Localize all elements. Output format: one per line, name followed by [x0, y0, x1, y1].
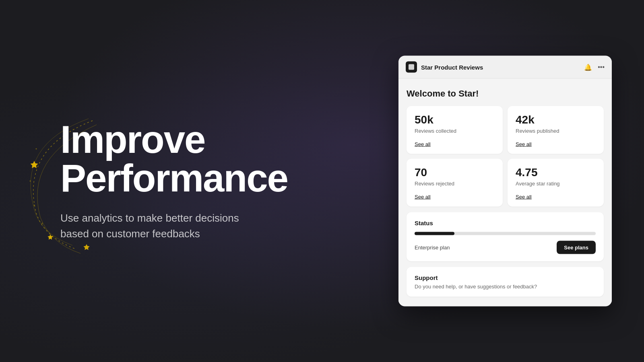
app-icon-inner: [409, 64, 414, 70]
stat-label-3: Average star rating: [516, 181, 596, 187]
panel-header: Star Product Reviews 🔔 •••: [398, 56, 612, 79]
headline: Improve Performance: [60, 120, 346, 197]
headline-line2: Performance: [60, 156, 288, 200]
stat-number-2: 70: [415, 166, 495, 179]
stat-link-3[interactable]: See all: [516, 194, 532, 200]
progress-bar-fill: [415, 232, 454, 235]
stat-number-1: 42k: [516, 113, 596, 126]
plan-label: Enterprise plan: [415, 245, 450, 251]
see-plans-button[interactable]: See plans: [557, 241, 596, 254]
stat-label-1: Reviews published: [516, 128, 596, 134]
stat-link-2[interactable]: See all: [415, 194, 431, 200]
subtext: Use analytics to make better decisions b…: [60, 210, 262, 242]
stat-link-0[interactable]: See all: [415, 141, 431, 147]
app-icon: [406, 62, 417, 73]
left-section: Improve Performance Use analytics to mak…: [0, 0, 346, 362]
support-text: Do you need help, or have suggestions or…: [415, 284, 596, 290]
panel-header-right: 🔔 •••: [584, 63, 605, 71]
bell-icon[interactable]: 🔔: [584, 63, 592, 71]
status-title: Status: [415, 220, 596, 226]
right-panel: Star Product Reviews 🔔 ••• Welcome to St…: [398, 56, 612, 306]
support-title: Support: [415, 274, 596, 281]
stats-grid: 50k Reviews collected See all 42k Review…: [407, 106, 604, 207]
stat-label-2: Reviews rejected: [415, 181, 495, 187]
more-icon[interactable]: •••: [598, 64, 605, 71]
stat-card-reviews-rejected: 70 Reviews rejected See all: [407, 159, 503, 207]
stat-number-3: 4.75: [516, 166, 596, 179]
status-card: Status Enterprise plan See plans: [407, 212, 604, 261]
stat-label-0: Reviews collected: [415, 128, 495, 134]
status-footer: Enterprise plan See plans: [415, 241, 596, 254]
progress-bar-bg: [415, 232, 596, 235]
panel-title: Star Product Reviews: [421, 64, 483, 70]
stat-link-1[interactable]: See all: [516, 141, 532, 147]
headline-line1: Improve: [60, 118, 205, 161]
panel-body: Welcome to Star! 50k Reviews collected S…: [398, 79, 612, 306]
support-card: Support Do you need help, or have sugges…: [407, 267, 604, 297]
stat-card-reviews-published: 42k Reviews published See all: [508, 106, 604, 154]
stat-card-avg-rating: 4.75 Average star rating See all: [508, 159, 604, 207]
stat-number-0: 50k: [415, 113, 495, 126]
welcome-title: Welcome to Star!: [407, 88, 604, 99]
panel-header-left: Star Product Reviews: [406, 62, 483, 73]
stat-card-reviews-collected: 50k Reviews collected See all: [407, 106, 503, 154]
